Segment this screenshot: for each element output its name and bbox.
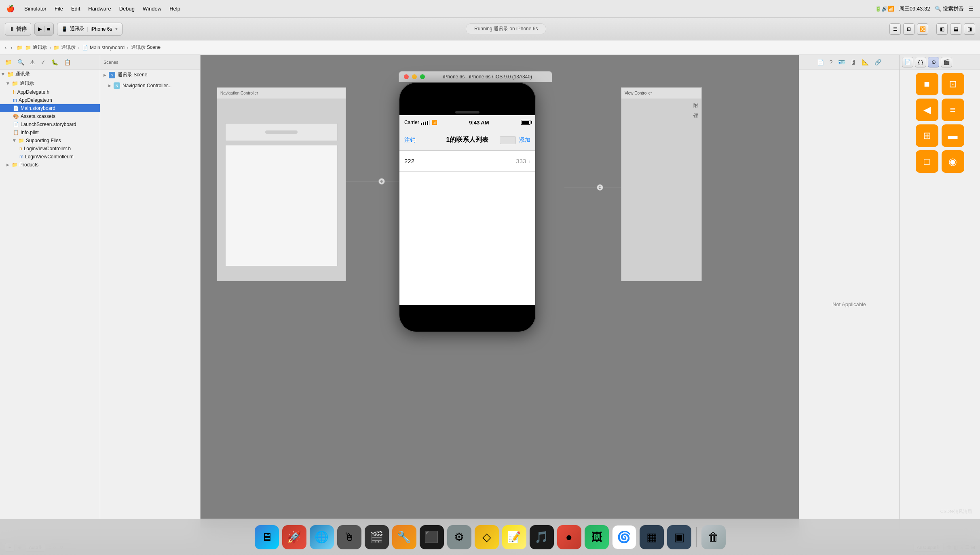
obj-container[interactable]: □ (916, 150, 938, 173)
iphone-frame: Carrier 📶 9:43 AM (399, 82, 536, 332)
breadcrumb-item-1[interactable]: 📁 通讯录 (25, 44, 47, 51)
tree-item-launch-storyboard[interactable]: 📄 LaunchScreen.storyboard (0, 120, 100, 128)
dock-finder[interactable]: 🖥 (255, 525, 279, 549)
pause-button[interactable]: ⏸ 暂停 (5, 23, 31, 36)
obj-toolbar[interactable]: ▬ (942, 124, 964, 147)
vc-nav-label: Navigation Controller (220, 91, 258, 95)
inspector-panel: 📄 ? 🪪 🎛 📐 🔗 Not Applicable (799, 55, 899, 539)
editor-assistant-btn[interactable]: ⊡ (903, 23, 915, 35)
table-row-1[interactable]: 222 333 › (399, 151, 535, 172)
tree-item-loginvc-h[interactable]: h LoginViewController.h (0, 145, 100, 153)
dock-mousecontrol[interactable]: 🖱 (337, 525, 361, 549)
scene-label-2: Navigation Controller... (122, 83, 171, 88)
obj-nav-controller[interactable]: ⊡ (942, 73, 964, 95)
stop-icon[interactable]: ■ (47, 26, 50, 32)
scheme-selector[interactable]: 📱 通讯录 | iPhone 6s ▼ (57, 23, 122, 36)
obj-image-view[interactable]: ◉ (942, 150, 964, 173)
code-snippet-btn[interactable]: { } (915, 57, 926, 67)
identity-inspector-btn[interactable]: 🪪 (836, 58, 847, 67)
sidebar-search-btn[interactable]: 🔍 (16, 58, 26, 66)
nav-forward-button[interactable]: › (9, 44, 14, 51)
sidebar-warning-btn[interactable]: ⚠ (28, 58, 37, 66)
object-btn[interactable]: ⊙ (928, 57, 939, 67)
scene-item-tongxunlu[interactable]: ▶ S 通讯录 Scene (100, 69, 200, 80)
media-btn[interactable]: 🎬 (941, 57, 952, 67)
quick-help-btn[interactable]: ? (828, 58, 835, 67)
menu-debug[interactable]: Debug (119, 6, 135, 12)
tree-label-launch-sb: LaunchScreen.storyboard (21, 122, 76, 127)
menubar-list[interactable]: ☰ (969, 6, 974, 12)
breadcrumb-item-2[interactable]: 📁 通讯录 (53, 44, 76, 51)
dock-instruments[interactable]: 🔧 (392, 525, 416, 549)
nav-cancel-btn[interactable]: 注销 (404, 137, 416, 144)
nav-back-button[interactable]: ‹ (3, 44, 8, 51)
obj-back[interactable]: ◀ (916, 99, 938, 121)
tree-item-appdelegate-h[interactable]: h AppDelegate.h (0, 88, 100, 96)
obj-table-view[interactable]: ≡ (942, 99, 964, 121)
tree-item-appdelegate-m[interactable]: m AppDelegate.m (0, 96, 100, 104)
dock-launchpad[interactable]: 🚀 (282, 525, 306, 549)
scene-item-navcontroller[interactable]: ▶ N Navigation Controller... (100, 80, 200, 91)
menu-file[interactable]: File (55, 6, 63, 12)
breadcrumb-item-3[interactable]: 📄 Main.storyboard (82, 45, 125, 50)
dock-preferences[interactable]: ⚙ (447, 525, 471, 549)
toolbar: ⏸ 暂停 ▶ | ■ 📱 通讯录 | iPhone 6s ▼ Running 通… (0, 18, 980, 40)
tree-item-loginvc-m[interactable]: m LoginViewController.m (0, 153, 100, 161)
sidebar-debug-btn[interactable]: 🐛 (50, 58, 60, 66)
editor-version-btn[interactable]: 🔀 (917, 23, 928, 35)
menu-hardware[interactable]: Hardware (88, 6, 111, 12)
file-navigator: 📁 🔍 ⚠ ✓ 🐛 📋 ▶ 📁 通讯录 ▶ 📁 通讯录 (0, 55, 100, 539)
obj-view-controller[interactable]: ■ (916, 73, 938, 95)
xcode-window: ⏸ 暂停 ▶ | ■ 📱 通讯录 | iPhone 6s ▼ Running 通… (0, 18, 980, 555)
storyboard-file-icon: 📄 (13, 105, 19, 111)
dock-trash[interactable]: 🗑 (701, 525, 726, 549)
navigator-btn[interactable]: ◧ (936, 23, 948, 35)
dock-app2[interactable]: ▣ (667, 525, 691, 549)
scheme-separator: | (87, 26, 88, 32)
attributes-inspector-btn[interactable]: 🎛 (849, 58, 858, 67)
menu-window[interactable]: Window (143, 6, 161, 12)
tree-item-infoplist[interactable]: 📋 Info.plist (0, 128, 100, 137)
dock-safari[interactable]: 🌐 (310, 525, 334, 549)
run-icon[interactable]: ▶ (38, 26, 42, 32)
debug-btn[interactable]: ⬓ (950, 23, 961, 35)
sidebar-folder-btn[interactable]: 📁 (3, 58, 13, 66)
obj-collection-view[interactable]: ⊞ (916, 124, 938, 147)
connections-inspector-btn[interactable]: 🔗 (872, 58, 883, 67)
tree-item-main-storyboard[interactable]: 📄 Main.storyboard (0, 104, 100, 112)
breadcrumb-item-4[interactable]: 通讯录 Scene (131, 44, 161, 51)
dock-app1[interactable]: ▦ (640, 525, 664, 549)
editor-standard-btn[interactable]: ☰ (889, 23, 901, 35)
menu-simulator[interactable]: Simulator (24, 6, 46, 12)
tree-item-root[interactable]: ▶ 📁 通讯录 (0, 69, 100, 79)
sim-minimize-btn[interactable] (412, 74, 417, 79)
dock-itunes[interactable]: 🎵 (530, 525, 554, 549)
tree-item-supporting[interactable]: ▶ 📁 Supporting Files (0, 137, 100, 145)
sim-maximize-btn[interactable] (420, 74, 425, 79)
utilities-btn[interactable]: ◨ (964, 23, 975, 35)
scene-icon-2: N (114, 82, 120, 89)
storyboard-area[interactable]: Navigation Controller ⊙ (201, 55, 799, 539)
dock-redapp[interactable]: ● (557, 525, 581, 549)
menu-help[interactable]: Help (169, 6, 180, 12)
dock-photos[interactable]: 🖼 (585, 525, 609, 549)
nav-accessory (500, 136, 516, 144)
file-inspector-btn[interactable]: 📄 (815, 58, 826, 67)
tree-item-group[interactable]: ▶ 📁 通讯录 (0, 79, 100, 88)
tree-item-products[interactable]: ▶ 📁 Products (0, 161, 100, 169)
menu-edit[interactable]: Edit (71, 6, 80, 12)
menubar-search[interactable]: 🔍 搜索拼音 (935, 5, 964, 13)
nav-add-btn[interactable]: 添加 (519, 137, 530, 144)
tree-label-supporting: Supporting Files (26, 138, 61, 143)
sidebar-report-btn[interactable]: 📋 (62, 58, 72, 66)
dock-chrome[interactable]: 🌀 (612, 525, 636, 549)
sidebar-test-btn[interactable]: ✓ (39, 58, 47, 66)
size-inspector-btn[interactable]: 📐 (860, 58, 871, 67)
dock-video[interactable]: 🎬 (365, 525, 389, 549)
dock-sketch[interactable]: ◇ (475, 525, 499, 549)
dock-terminal[interactable]: ⬛ (420, 525, 444, 549)
dock-notes[interactable]: 📝 (502, 525, 526, 549)
tree-item-assets[interactable]: 🎨 Assets.xcassets (0, 112, 100, 120)
file-template-btn[interactable]: 📄 (902, 57, 913, 67)
sim-close-btn[interactable] (404, 74, 409, 79)
